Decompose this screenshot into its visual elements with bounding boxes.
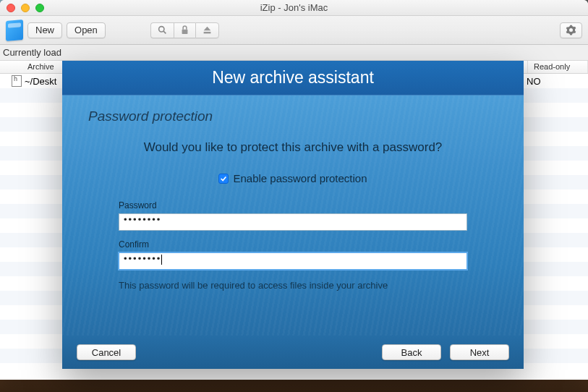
password-input[interactable]: •••••••• — [119, 213, 467, 231]
minimize-window-button[interactable] — [21, 4, 30, 12]
confirm-password-input[interactable]: •••••••• — [119, 252, 467, 270]
toolbar-action-group — [150, 22, 219, 38]
svg-rect-2 — [182, 30, 187, 34]
cancel-button[interactable]: Cancel — [77, 344, 136, 360]
svg-rect-4 — [203, 32, 210, 33]
svg-marker-3 — [203, 27, 210, 31]
settings-button[interactable] — [560, 22, 582, 38]
cell-readonly: NO — [527, 76, 541, 87]
close-window-button[interactable] — [7, 4, 15, 12]
eject-icon — [203, 25, 212, 35]
lock-icon — [181, 25, 189, 35]
new-archive-assistant-sheet: New archive assistant Password protectio… — [62, 61, 524, 369]
back-button[interactable]: Back — [382, 344, 441, 360]
new-button[interactable]: New — [27, 22, 62, 38]
lock-button[interactable] — [174, 22, 195, 38]
search-icon — [158, 25, 167, 35]
open-button[interactable]: Open — [67, 22, 106, 38]
text-cursor — [161, 255, 162, 265]
window-title: iZip - Jon's iMac — [0, 2, 588, 13]
gear-icon — [566, 25, 576, 35]
password-hint: This password will be required to access… — [119, 280, 467, 291]
password-label: Password — [119, 200, 467, 210]
enable-password-checkbox[interactable] — [218, 174, 229, 184]
toolbar: New Open — [0, 16, 588, 45]
search-button[interactable] — [150, 22, 174, 38]
status-text: Currently load — [3, 47, 61, 58]
sheet-footer: Cancel Back Next — [62, 336, 524, 369]
maximize-window-button[interactable] — [35, 4, 44, 12]
enable-password-label: Enable password protection — [233, 172, 367, 184]
titlebar: iZip - Jon's iMac — [0, 0, 588, 16]
sheet-body: Password protection Would you like to pr… — [62, 95, 524, 336]
app-icon — [6, 20, 23, 41]
sheet-title: New archive assistant — [62, 61, 524, 95]
check-icon — [220, 175, 227, 182]
file-icon — [12, 75, 22, 87]
svg-point-0 — [158, 27, 163, 32]
next-button[interactable]: Next — [450, 344, 509, 360]
status-infobar: Currently load — [0, 45, 588, 61]
eject-button[interactable] — [195, 22, 219, 38]
password-prompt: Would you like to protect this archive w… — [88, 140, 498, 155]
svg-line-1 — [163, 31, 166, 33]
confirm-label: Confirm — [119, 239, 467, 250]
window-controls — [0, 4, 44, 12]
column-header-readonly[interactable]: Read-only — [528, 61, 588, 73]
section-title: Password protection — [88, 108, 498, 124]
